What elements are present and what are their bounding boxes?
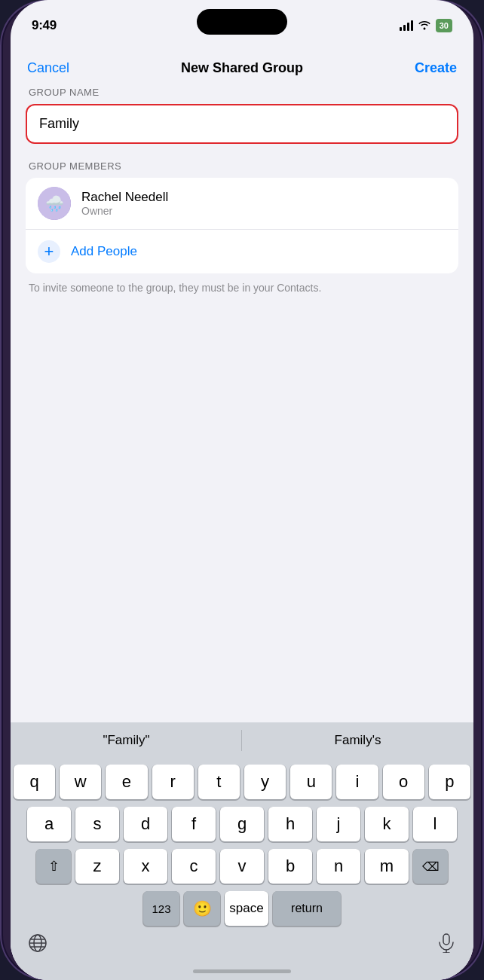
key-k[interactable]: k [365, 807, 409, 841]
group-name-label: GROUP NAME [26, 87, 458, 98]
key-b[interactable]: b [268, 849, 312, 884]
key-p[interactable]: p [429, 765, 470, 799]
group-name-input[interactable] [39, 116, 445, 132]
svg-rect-7 [443, 934, 449, 945]
key-y[interactable]: y [244, 765, 286, 799]
key-v[interactable]: v [220, 849, 264, 884]
dynamic-island [197, 9, 287, 35]
add-people-row[interactable]: + Add People [26, 230, 458, 273]
page-title: New Shared Group [181, 60, 303, 76]
key-f[interactable]: f [172, 807, 216, 841]
key-n[interactable]: n [317, 849, 360, 884]
status-icons: 30 [400, 19, 452, 32]
keyboard-rows: q w e r t y u i o p a s [11, 759, 473, 929]
keyboard-area: "Family" Family's q w e r t y u i [11, 722, 473, 980]
key-r[interactable]: r [152, 765, 194, 799]
add-people-label: Add People [71, 244, 137, 259]
space-key[interactable]: space [225, 891, 268, 926]
group-name-input-container [26, 104, 458, 144]
key-z[interactable]: z [75, 849, 119, 884]
phone-frame: 9:49 30 [0, 0, 484, 980]
status-time: 9:49 [32, 18, 57, 33]
group-members-label: GROUP MEMBERS [26, 160, 458, 172]
key-x[interactable]: x [124, 849, 167, 884]
hint-text: To invite someone to the group, they mus… [26, 273, 458, 296]
microphone-icon[interactable] [431, 928, 461, 958]
key-d[interactable]: d [124, 807, 167, 841]
key-h[interactable]: h [268, 807, 312, 841]
key-row-3: ⇧ z x c v b n m ⌫ [14, 849, 470, 884]
key-i[interactable]: i [336, 765, 378, 799]
home-indicator [11, 962, 473, 980]
key-t[interactable]: t [198, 765, 240, 799]
phone-screen: 9:49 30 [11, 0, 473, 980]
member-role: Owner [81, 205, 168, 217]
key-s[interactable]: s [75, 807, 119, 841]
key-g[interactable]: g [220, 807, 264, 841]
key-j[interactable]: j [317, 807, 360, 841]
add-icon: + [38, 240, 60, 263]
svg-text:🌧️: 🌧️ [45, 194, 64, 212]
member-row: 🌧️ Rachel Needell Owner [26, 178, 458, 230]
globe-icon[interactable] [23, 928, 53, 958]
key-e[interactable]: e [106, 765, 147, 799]
key-o[interactable]: o [383, 765, 424, 799]
key-row-4: 123 🙂 space return [14, 891, 470, 926]
member-name: Rachel Needell [81, 190, 168, 205]
wifi-icon [418, 20, 431, 32]
key-123[interactable]: 123 [143, 891, 179, 926]
members-section: GROUP MEMBERS 🌧️ Rachel Neede [26, 160, 458, 296]
content-area: GROUP NAME GROUP MEMBERS 🌧️ [11, 87, 473, 296]
key-l[interactable]: l [413, 807, 457, 841]
key-m[interactable]: m [365, 849, 409, 884]
key-c[interactable]: c [172, 849, 216, 884]
key-a[interactable]: a [27, 807, 71, 841]
return-key[interactable]: return [273, 891, 341, 926]
keyboard-bottom-extra [11, 929, 473, 962]
nav-bar: Cancel New Shared Group Create [11, 45, 473, 87]
battery-level: 30 [440, 21, 449, 30]
delete-key[interactable]: ⌫ [413, 849, 448, 884]
modal-sheet: Cancel New Shared Group Create GROUP NAM… [11, 45, 473, 980]
emoji-key[interactable]: 🙂 [184, 891, 220, 926]
shift-key[interactable]: ⇧ [36, 849, 71, 884]
predictive-suggestion-1[interactable]: "Family" [11, 722, 242, 759]
create-button[interactable]: Create [415, 60, 457, 76]
predictive-suggestion-2[interactable]: Family's [242, 722, 473, 759]
member-info: Rachel Needell Owner [81, 190, 168, 217]
avatar: 🌧️ [38, 187, 71, 220]
predictive-bar: "Family" Family's [11, 722, 473, 759]
key-row-1: q w e r t y u i o p [14, 765, 470, 799]
key-q[interactable]: q [14, 765, 55, 799]
members-card: 🌧️ Rachel Needell Owner + [26, 178, 458, 273]
battery-icon: 30 [436, 19, 452, 32]
key-w[interactable]: w [60, 765, 101, 799]
key-row-2: a s d f g h j k l [14, 807, 470, 841]
cancel-button[interactable]: Cancel [27, 60, 69, 76]
key-u[interactable]: u [290, 765, 332, 799]
signal-icon [400, 20, 413, 31]
